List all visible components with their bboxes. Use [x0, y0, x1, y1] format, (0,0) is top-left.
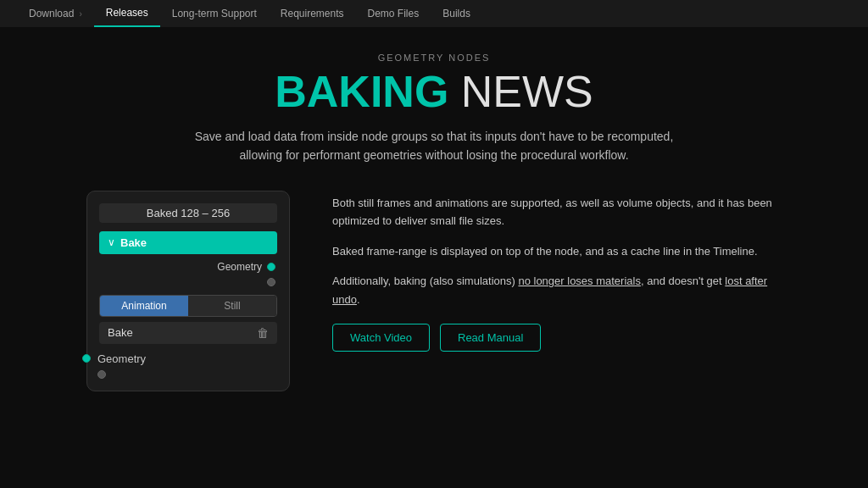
node-geometry-output: Geometry — [99, 261, 277, 273]
geometry-input-dot — [82, 354, 91, 363]
right-content: Both still frames and animations are sup… — [332, 191, 782, 352]
node-title: Baked 128 – 256 — [99, 203, 277, 223]
toggle-animation[interactable]: Animation — [100, 296, 188, 316]
main-content: GEOMETRY NODES BAKING NEWS Save and load… — [0, 27, 868, 408]
geometry-dot-teal — [267, 263, 275, 271]
chevron-icon: › — [79, 9, 81, 19]
content-row: Baked 128 – 256 ∨ Bake Geometry Animatio… — [86, 191, 782, 391]
node-bottom-dot-row — [97, 370, 277, 379]
node-widget: Baked 128 – 256 ∨ Bake Geometry Animatio… — [86, 191, 290, 391]
navigation: Download › Releases Long-term Support Re… — [0, 0, 868, 27]
bake-button-label: Bake — [108, 326, 133, 339]
nav-download[interactable]: Download › — [17, 0, 94, 27]
node-geometry-input: Geometry — [99, 352, 277, 365]
button-row: Watch Video Read Manual — [332, 324, 782, 352]
chevron-down-icon: ∨ — [108, 236, 115, 248]
hero-title-accent: BAKING — [275, 67, 448, 116]
read-manual-button[interactable]: Read Manual — [440, 324, 541, 352]
para-2: Baked frame-range is displayed on top of… — [332, 242, 782, 260]
node-bake-header: ∨ Bake — [99, 231, 277, 254]
toggle-still[interactable]: Still — [188, 296, 276, 316]
node-toggle-animation-still[interactable]: Animation Still — [99, 295, 277, 317]
watch-video-button[interactable]: Watch Video — [332, 324, 430, 352]
category-label: GEOMETRY NODES — [188, 53, 680, 63]
para-3: Additionally, baking (also simulations) … — [332, 272, 782, 308]
nav-lts[interactable]: Long-term Support — [160, 0, 269, 27]
geometry-label: Geometry — [217, 261, 262, 273]
hero-section: GEOMETRY NODES BAKING NEWS Save and load… — [188, 53, 680, 165]
node-dot-row — [99, 278, 277, 286]
nav-requirements[interactable]: Requirements — [269, 0, 356, 27]
hero-description: Save and load data from inside node grou… — [188, 127, 680, 165]
node-bake-label: Bake — [120, 236, 147, 249]
nav-builds[interactable]: Builds — [431, 0, 482, 27]
para-1: Both still frames and animations are sup… — [332, 194, 782, 230]
node-bake-button-row: Bake 🗑 — [99, 322, 277, 344]
nav-releases[interactable]: Releases — [94, 0, 160, 27]
hero-title: BAKING NEWS — [188, 69, 680, 114]
trash-icon[interactable]: 🗑 — [257, 326, 269, 340]
nav-demo-files[interactable]: Demo Files — [356, 0, 431, 27]
dot-gray — [267, 278, 275, 286]
geometry-bottom-label: Geometry — [97, 352, 146, 365]
no-longer-loses-link[interactable]: no longer loses materials — [518, 274, 641, 287]
bottom-dot-gray — [97, 370, 106, 379]
hero-title-normal: NEWS — [461, 67, 593, 116]
